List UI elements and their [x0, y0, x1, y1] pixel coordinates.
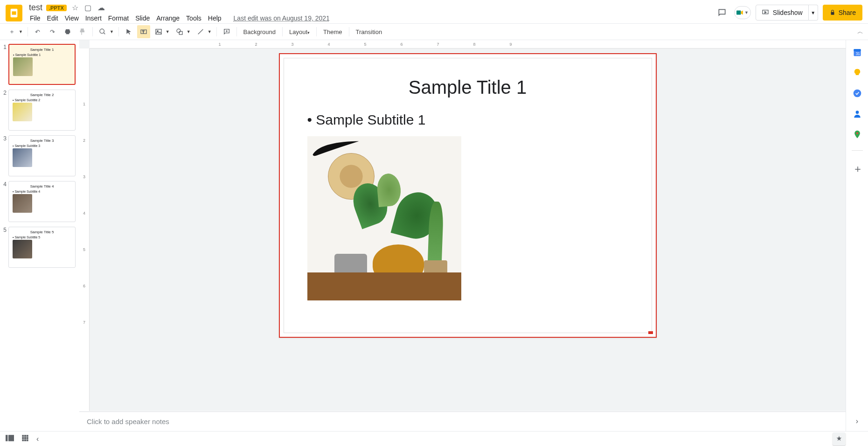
slide-thumb-4[interactable]: Sample Title 4 • Sample Subtitle 4 — [8, 181, 76, 222]
menu-arrange[interactable]: Arrange — [156, 14, 180, 22]
slide-editor[interactable]: 123456789 1234567 Sample Title 1 Sample … — [79, 40, 846, 411]
menu-tools[interactable]: Tools — [186, 14, 201, 22]
paint-format-button[interactable] — [76, 25, 89, 38]
cloud-status-icon[interactable]: ☁ — [97, 3, 106, 12]
slide-thumb-5[interactable]: Sample Title 5 • Sample Subtitle 5 — [8, 227, 76, 268]
maps-icon[interactable] — [853, 130, 862, 139]
svg-rect-32 — [22, 439, 24, 441]
move-icon[interactable]: ▢ — [83, 3, 93, 12]
slide-thumb-2[interactable]: Sample Title 2 • Sample Subtitle 2 — [8, 90, 76, 131]
thumb-image — [13, 148, 32, 167]
chevron-down-icon: ▾ — [307, 30, 310, 35]
svg-rect-29 — [22, 437, 24, 439]
slideshow-button[interactable]: Slideshow — [756, 5, 809, 21]
svg-text:31: 31 — [855, 51, 860, 56]
image-tool[interactable] — [152, 25, 165, 38]
side-panel: 31 ＋ › — [846, 40, 868, 431]
svg-rect-30 — [24, 437, 26, 439]
comments-icon[interactable] — [715, 5, 729, 20]
svg-rect-34 — [27, 439, 28, 441]
slide-thumb-1[interactable]: Sample Title 1 • Sample Subtitle 1 — [8, 44, 76, 85]
chevron-down-icon: ▼ — [744, 10, 749, 15]
keep-icon[interactable] — [853, 68, 862, 77]
calendar-icon[interactable]: 31 — [853, 48, 862, 57]
share-button[interactable]: Share — [823, 5, 862, 21]
svg-rect-33 — [24, 439, 26, 441]
thumb-number: 2 — [2, 90, 7, 131]
filmstrip[interactable]: 1 Sample Title 1 • Sample Subtitle 1 2 S… — [0, 40, 79, 431]
filmstrip-view-icon[interactable] — [6, 435, 14, 443]
theme-button[interactable]: Theme — [319, 28, 346, 35]
shape-tool[interactable] — [173, 25, 186, 38]
thumb-image — [13, 240, 32, 258]
zoom-button[interactable] — [96, 25, 109, 38]
image-dropdown[interactable]: ▼ — [166, 29, 172, 34]
thumb-number: 3 — [2, 135, 7, 176]
menu-format[interactable]: Format — [108, 14, 129, 22]
collapse-sidepanel-icon[interactable]: › — [856, 417, 858, 425]
print-button[interactable] — [61, 25, 74, 38]
slide-subtitle[interactable]: Sample Subtitle 1 — [307, 112, 628, 128]
horizontal-ruler: 123456789 — [90, 40, 846, 49]
star-icon[interactable]: ☆ — [70, 3, 80, 12]
explore-button[interactable] — [833, 432, 846, 446]
transition-button[interactable]: Transition — [352, 28, 386, 35]
comment-tool[interactable] — [220, 25, 233, 38]
slide-image[interactable] — [307, 136, 461, 300]
textbox-tool[interactable]: T — [137, 25, 150, 38]
svg-point-13 — [177, 29, 181, 33]
slideshow-dropdown[interactable]: ▼ — [809, 5, 818, 21]
slides-icon — [9, 8, 19, 18]
svg-rect-1 — [12, 11, 16, 14]
background-button[interactable]: Background — [240, 28, 279, 35]
meet-button[interactable]: ▼ — [734, 6, 751, 19]
slide-title[interactable]: Sample Title 1 — [307, 77, 628, 98]
layout-button[interactable]: Layout▾ — [285, 28, 313, 35]
svg-point-22 — [855, 111, 859, 114]
menu-view[interactable]: View — [65, 14, 79, 22]
contacts-icon[interactable] — [853, 109, 862, 118]
slides-logo[interactable] — [6, 5, 22, 21]
collapse-filmstrip-icon[interactable]: ‹ — [36, 435, 39, 443]
undo-button[interactable]: ↶ — [31, 25, 44, 38]
svg-rect-24 — [6, 435, 8, 441]
shape-dropdown[interactable]: ▼ — [187, 29, 193, 34]
new-slide-dropdown[interactable]: ▼ — [19, 29, 25, 34]
svg-rect-26 — [22, 435, 24, 437]
vertical-ruler: 1234567 — [79, 49, 90, 411]
menu-edit[interactable]: Edit — [47, 14, 58, 22]
document-title[interactable]: test — [29, 3, 42, 13]
svg-point-21 — [853, 90, 861, 98]
redo-button[interactable]: ↷ — [46, 25, 59, 38]
line-tool[interactable] — [194, 25, 207, 38]
presentation-icon — [762, 9, 769, 16]
thumb-number: 5 — [2, 227, 7, 268]
menu-slide[interactable]: Slide — [135, 14, 150, 22]
zoom-dropdown[interactable]: ▼ — [110, 29, 116, 34]
add-addon-icon[interactable]: ＋ — [853, 162, 862, 171]
grid-view-icon[interactable] — [21, 434, 29, 444]
svg-marker-5 — [764, 11, 766, 13]
svg-point-23 — [856, 132, 858, 134]
svg-rect-27 — [24, 435, 26, 437]
slide-canvas[interactable]: Sample Title 1 Sample Subtitle 1 — [279, 53, 657, 338]
last-edit-link[interactable]: Last edit was on August 19, 2021 — [234, 14, 330, 22]
svg-text:T: T — [142, 30, 144, 34]
select-tool[interactable] — [122, 25, 135, 38]
thumb-image — [13, 103, 32, 121]
svg-rect-28 — [27, 435, 28, 437]
slide-thumb-3[interactable]: Sample Title 3 • Sample Subtitle 3 — [8, 135, 76, 176]
svg-line-15 — [198, 29, 203, 35]
speaker-notes[interactable]: Click to add speaker notes — [79, 411, 846, 431]
menu-insert[interactable]: Insert — [85, 14, 102, 22]
slideshow-label: Slideshow — [773, 9, 803, 16]
thumb-number: 4 — [2, 181, 7, 222]
line-dropdown[interactable]: ▼ — [208, 29, 214, 34]
new-slide-button[interactable]: ＋ — [5, 25, 18, 38]
svg-line-8 — [104, 33, 105, 34]
collapse-toolbar-icon[interactable]: ︿ — [857, 28, 863, 36]
menu-help[interactable]: Help — [208, 14, 222, 22]
tasks-icon[interactable] — [853, 89, 862, 98]
thumb-image — [13, 57, 33, 76]
menu-file[interactable]: File — [30, 14, 41, 22]
